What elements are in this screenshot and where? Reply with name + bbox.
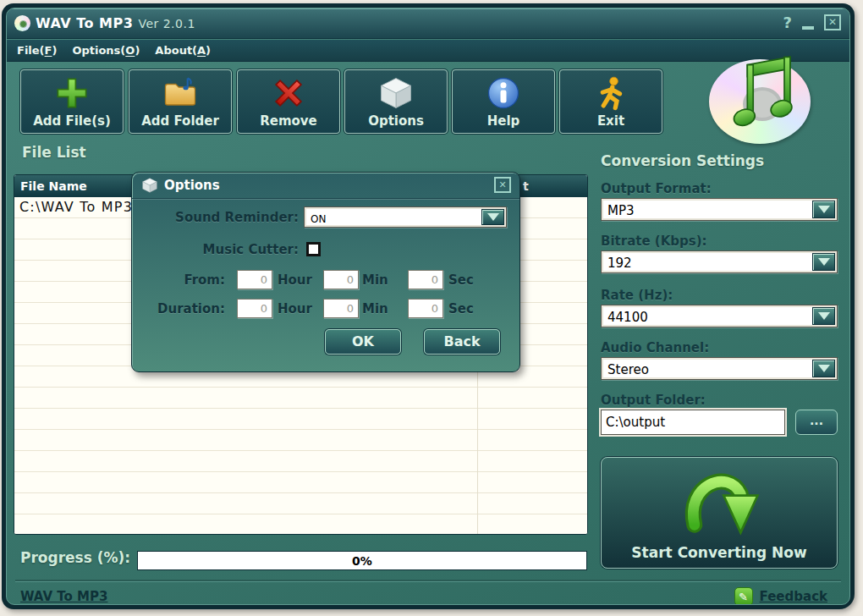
app-homepage-link[interactable]: WAV To MP3 bbox=[20, 589, 107, 604]
output-format-label: Output Format: bbox=[601, 181, 712, 196]
exit-runner-icon bbox=[593, 75, 629, 111]
duration-sec-input[interactable] bbox=[408, 299, 443, 318]
duration-hour-input[interactable] bbox=[237, 299, 272, 318]
menu-about-close: ) bbox=[206, 44, 211, 57]
menu-about-key: A bbox=[197, 44, 206, 57]
sound-reminder-dropdown-button[interactable] bbox=[481, 209, 504, 225]
file-list-title: File List bbox=[22, 144, 86, 161]
menu-options-close: ) bbox=[135, 44, 140, 57]
bitrate-label: Bitrate (Kbps): bbox=[601, 234, 707, 249]
from-min-input[interactable] bbox=[323, 270, 359, 289]
output-format-value: MP3 bbox=[603, 201, 812, 218]
bitrate-value: 192 bbox=[603, 253, 812, 271]
minimize-button[interactable] bbox=[802, 26, 814, 30]
options-button[interactable]: Options bbox=[344, 69, 448, 134]
app-version: Ver 2.0.1 bbox=[138, 17, 195, 30]
audio-channel-select[interactable]: Stereo bbox=[601, 357, 838, 380]
convert-arrow-icon bbox=[676, 463, 761, 541]
conversion-settings-title: Conversion Settings bbox=[601, 152, 764, 169]
exit-label: Exit bbox=[597, 113, 624, 129]
app-cd-icon bbox=[14, 15, 30, 31]
audio-channel-dropdown-button[interactable] bbox=[812, 360, 835, 377]
options-dialog-title: Options bbox=[164, 178, 220, 193]
options-dialog-titlebar: Options ✕ bbox=[132, 173, 519, 199]
menu-about-text: About( bbox=[155, 44, 197, 57]
file-list-row[interactable]: C:\WAV To MP3 bbox=[19, 197, 133, 217]
music-notes-icon bbox=[726, 52, 804, 147]
feedback-pencil-icon: ✎ bbox=[734, 587, 753, 605]
remove-button[interactable]: Remove bbox=[237, 69, 340, 134]
chevron-down-icon bbox=[818, 365, 830, 372]
rate-label: Rate (Hz): bbox=[601, 288, 673, 303]
music-cutter-label: Music Cutter: bbox=[132, 242, 299, 257]
duration-hour-unit: Hour bbox=[278, 301, 312, 316]
progress-bar: 0% bbox=[137, 551, 587, 570]
browse-folder-button[interactable]: ... bbox=[795, 410, 838, 435]
chevron-down-icon bbox=[818, 258, 830, 266]
chevron-down-icon bbox=[818, 206, 830, 213]
menu-options-text: Options( bbox=[72, 44, 125, 57]
app-window: WAV To MP3 Ver 2.0.1 ? ✕ File(F) Options… bbox=[2, 3, 855, 609]
sound-reminder-select[interactable]: ON bbox=[304, 206, 507, 228]
add-folder-label: Add Folder bbox=[141, 113, 219, 129]
app-name: WAV To MP3 bbox=[36, 15, 133, 31]
feedback-link[interactable]: Feedback bbox=[760, 589, 827, 604]
help-titlebar-button[interactable]: ? bbox=[783, 14, 792, 31]
audio-channel-value: Stereo bbox=[603, 360, 812, 377]
from-sec-unit: Sec bbox=[448, 272, 474, 288]
add-folder-button[interactable]: Add Folder bbox=[129, 69, 232, 134]
window-title: WAV To MP3 Ver 2.0.1 bbox=[36, 15, 195, 31]
duration-label: Duration: bbox=[132, 301, 225, 316]
add-files-button[interactable]: Add File(s) bbox=[20, 69, 124, 134]
chevron-down-icon bbox=[487, 213, 499, 221]
exit-button[interactable]: Exit bbox=[559, 69, 662, 134]
options-cube-icon bbox=[141, 177, 158, 194]
from-min-unit: Min bbox=[362, 272, 388, 288]
menu-options[interactable]: Options(O) bbox=[72, 44, 140, 57]
add-files-label: Add File(s) bbox=[33, 113, 111, 129]
from-sec-input[interactable] bbox=[408, 270, 443, 289]
audio-channel-label: Audio Channel: bbox=[601, 340, 709, 355]
from-hour-input[interactable] bbox=[237, 270, 272, 289]
app-logo bbox=[702, 58, 834, 146]
rate-dropdown-button[interactable] bbox=[812, 307, 835, 325]
help-button[interactable]: Help bbox=[452, 69, 555, 134]
options-cube-icon bbox=[378, 75, 414, 111]
output-format-select[interactable]: MP3 bbox=[601, 198, 838, 221]
feedback-area: ✎ Feedback bbox=[734, 587, 827, 605]
from-label: From: bbox=[132, 272, 225, 288]
menu-about[interactable]: About(A) bbox=[155, 44, 211, 57]
output-folder-label: Output Folder: bbox=[601, 393, 706, 408]
menu-file-text: File( bbox=[17, 44, 45, 57]
menu-file-close: ) bbox=[52, 44, 57, 57]
progress-value: 0% bbox=[138, 554, 586, 568]
back-button[interactable]: Back bbox=[424, 329, 500, 355]
bitrate-dropdown-button[interactable] bbox=[812, 253, 835, 271]
add-folder-icon bbox=[162, 75, 198, 111]
rate-select[interactable]: 44100 bbox=[601, 305, 838, 327]
duration-min-input[interactable] bbox=[323, 299, 359, 318]
help-label: Help bbox=[487, 113, 520, 129]
bitrate-select[interactable]: 192 bbox=[601, 250, 838, 273]
rate-value: 44100 bbox=[603, 307, 812, 325]
options-dialog-close-button[interactable]: ✕ bbox=[494, 177, 511, 193]
from-hour-unit: Hour bbox=[278, 272, 312, 288]
status-divider bbox=[15, 580, 841, 581]
options-dialog: Options ✕ Sound Reminder: ON Music Cutte… bbox=[131, 172, 520, 372]
output-folder-input[interactable] bbox=[601, 410, 785, 435]
progress-label: Progress (%): bbox=[20, 549, 130, 566]
app-window-body: WAV To MP3 Ver 2.0.1 ? ✕ File(F) Options… bbox=[6, 8, 850, 605]
start-converting-label: Start Converting Now bbox=[602, 544, 837, 561]
options-label: Options bbox=[368, 113, 424, 129]
ok-button[interactable]: OK bbox=[325, 329, 401, 355]
close-button[interactable]: ✕ bbox=[824, 14, 841, 30]
add-files-plus-icon bbox=[54, 75, 90, 111]
window-controls: ? ✕ bbox=[783, 14, 841, 31]
duration-sec-unit: Sec bbox=[448, 301, 474, 316]
menu-options-key: O bbox=[125, 44, 135, 57]
start-converting-button[interactable]: Start Converting Now bbox=[601, 457, 838, 569]
help-info-icon bbox=[486, 75, 521, 111]
output-format-dropdown-button[interactable] bbox=[812, 201, 835, 218]
menu-file[interactable]: File(F) bbox=[17, 44, 57, 57]
music-cutter-checkbox[interactable] bbox=[306, 242, 321, 256]
